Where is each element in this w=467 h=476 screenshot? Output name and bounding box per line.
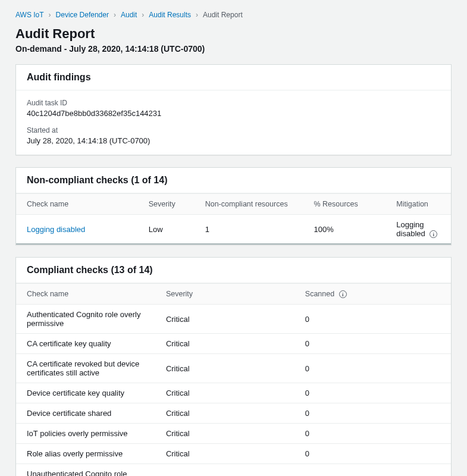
severity-cell: Critical: [155, 403, 294, 424]
severity-cell: Critical: [155, 354, 294, 383]
table-row: Device certificate sharedCritical0: [16, 403, 451, 424]
info-icon[interactable]: i: [339, 290, 347, 298]
check-name-cell: CA certificate revoked but device certif…: [16, 354, 155, 383]
column-header[interactable]: Check name: [16, 284, 155, 305]
column-header[interactable]: % Resources: [303, 194, 385, 215]
severity-cell: Critical: [155, 334, 294, 354]
breadcrumb-link[interactable]: AWS IoT: [15, 11, 44, 19]
table-row: CA certificate key qualityCritical0: [16, 334, 451, 354]
scanned-cell: 0: [294, 354, 451, 383]
breadcrumb-link[interactable]: Audit: [121, 11, 137, 19]
info-icon[interactable]: i: [430, 230, 437, 238]
task-id-value: 40c1204d7be8bb0d33682ef35c144231: [27, 109, 440, 118]
check-name-cell: Unauthenticated Cognito role overly perm…: [16, 464, 155, 476]
column-header-label: Scanned: [305, 290, 334, 298]
check-name-cell: CA certificate key quality: [16, 334, 155, 354]
breadcrumb-link[interactable]: Device Defender: [56, 11, 109, 19]
chevron-right-icon: ›: [49, 11, 51, 19]
column-header[interactable]: Severity: [138, 194, 195, 215]
check-name-cell: Role alias overly permissive: [16, 444, 155, 464]
panel-header: Non-compliant checks (1 of 14): [16, 168, 451, 193]
severity-cell: Critical: [155, 383, 294, 403]
severity-cell: Critical: [155, 464, 294, 476]
scanned-cell: 0: [294, 464, 451, 476]
non-compliant-table: Check name Severity Non-compliant resour…: [16, 193, 451, 245]
severity-cell: Critical: [155, 305, 294, 334]
column-header[interactable]: Non-compliant resources: [195, 194, 303, 215]
breadcrumb-current: Audit Report: [203, 11, 243, 19]
task-id-label: Audit task ID: [27, 99, 440, 107]
column-header[interactable]: Mitigation: [385, 194, 451, 215]
severity-cell: Low: [138, 215, 195, 245]
check-name-cell: Device certificate shared: [16, 403, 155, 424]
scanned-cell: 0: [294, 444, 451, 464]
severity-cell: Critical: [155, 424, 294, 444]
table-row: Device certificate key qualityCritical0: [16, 383, 451, 403]
pct-cell: 100%: [303, 215, 385, 245]
compliant-table: Check name Severity Scanned i Authentica…: [16, 283, 451, 476]
audit-findings-panel: Audit findings Audit task ID 40c1204d7be…: [15, 64, 452, 155]
mitigation-cell: Logging disabled i: [385, 215, 451, 245]
check-name-cell: Device certificate key quality: [16, 383, 155, 403]
scanned-cell: 0: [294, 383, 451, 403]
table-row: Role alias overly permissiveCritical0: [16, 444, 451, 464]
table-row: Authenticated Cognito role overly permis…: [16, 305, 451, 334]
chevron-right-icon: ›: [114, 11, 116, 19]
check-name-link[interactable]: Logging disabled: [27, 225, 85, 234]
table-row: Unauthenticated Cognito role overly perm…: [16, 464, 451, 476]
column-header[interactable]: Check name: [16, 194, 138, 215]
column-header[interactable]: Severity: [155, 284, 294, 305]
table-row: IoT policies overly permissiveCritical0: [16, 424, 451, 444]
breadcrumb-link[interactable]: Audit Results: [149, 11, 191, 19]
scanned-cell: 0: [294, 334, 451, 354]
ncr-cell: 1: [195, 215, 303, 245]
breadcrumb: AWS IoT › Device Defender › Audit › Audi…: [15, 11, 452, 19]
panel-header: Compliant checks (13 of 14): [16, 258, 451, 283]
page-title: Audit Report: [15, 26, 452, 42]
scanned-cell: 0: [294, 424, 451, 444]
table-row: Logging disabledLow1100%Logging disabled…: [16, 215, 451, 245]
chevron-right-icon: ›: [196, 11, 198, 19]
page-subtitle: On-demand - July 28, 2020, 14:14:18 (UTC…: [15, 44, 452, 54]
scanned-cell: 0: [294, 305, 451, 334]
check-name-cell: IoT policies overly permissive: [16, 424, 155, 444]
chevron-right-icon: ›: [142, 11, 144, 19]
column-header[interactable]: Scanned i: [294, 284, 451, 305]
check-name-cell: Authenticated Cognito role overly permis…: [16, 305, 155, 334]
table-row: CA certificate revoked but device certif…: [16, 354, 451, 383]
non-compliant-panel: Non-compliant checks (1 of 14) Check nam…: [15, 167, 452, 245]
panel-header: Audit findings: [16, 65, 451, 90]
scanned-cell: 0: [294, 403, 451, 424]
started-at-label: Started at: [27, 126, 440, 134]
compliant-panel: Compliant checks (13 of 14) Check name S…: [15, 257, 452, 476]
started-at-value: July 28, 2020, 14:14:18 (UTC-0700): [27, 136, 440, 145]
severity-cell: Critical: [155, 444, 294, 464]
